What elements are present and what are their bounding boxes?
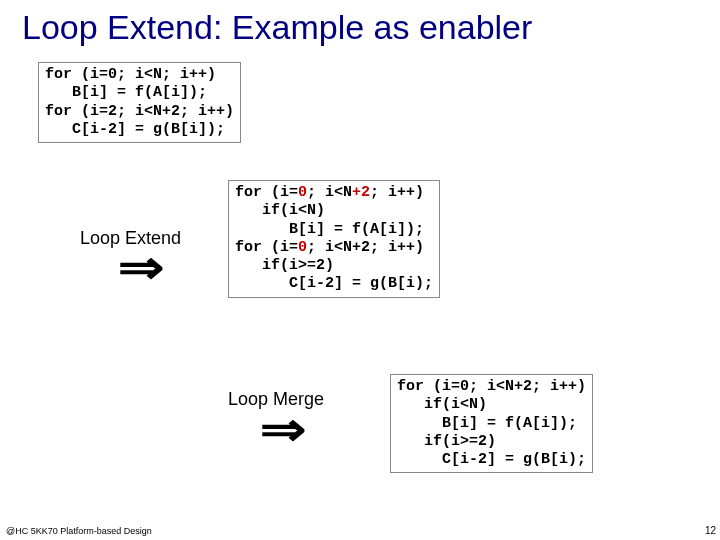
footer-text: @HC 5KK70 Platform-based Design <box>6 526 152 536</box>
code-block-original: for (i=0; i<N; i++) B[i] = f(A[i]); for … <box>38 62 241 143</box>
arrow-icon: ⇒ <box>118 244 165 290</box>
code-block-merged: for (i=0; i<N+2; i++) if(i<N) B[i] = f(A… <box>390 374 593 473</box>
code-block-extended: for (i=0; i<N+2; i++) if(i<N) B[i] = f(A… <box>228 180 440 298</box>
slide-title: Loop Extend: Example as enabler <box>0 0 720 61</box>
page-number: 12 <box>705 525 716 536</box>
arrow-icon: ⇒ <box>260 406 307 452</box>
